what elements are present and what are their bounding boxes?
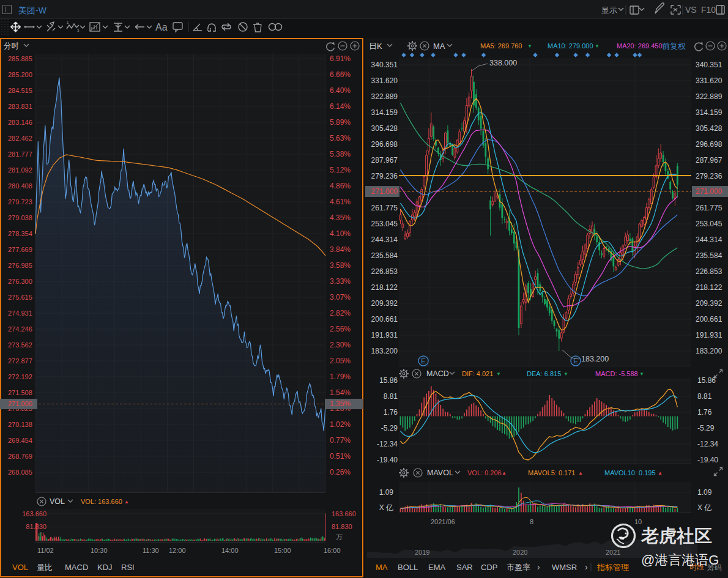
svg-text:E: E (421, 357, 425, 365)
svg-text:1: 1 (67, 21, 69, 24)
svg-text:Aa: Aa (155, 22, 168, 32)
svg-text:3: 3 (77, 29, 80, 32)
